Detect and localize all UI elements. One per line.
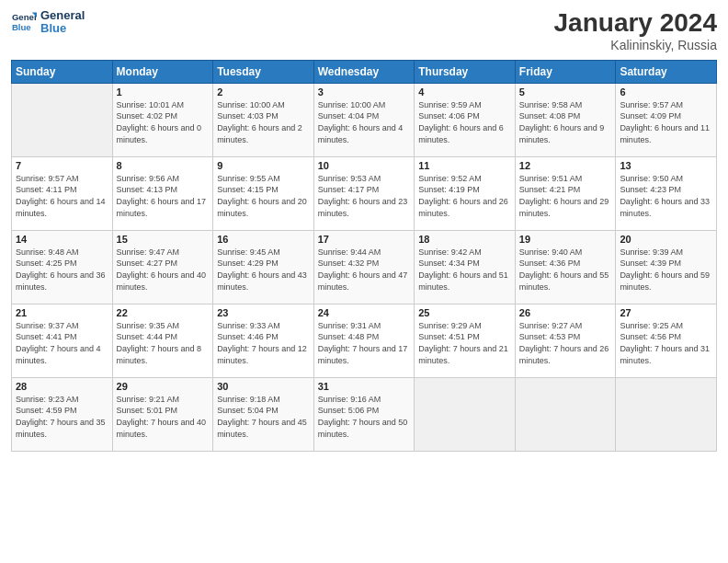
day-info: Sunrise: 9:58 AMSunset: 4:08 PMDaylight:… — [519, 99, 612, 145]
week-row-1: 1Sunrise: 10:01 AMSunset: 4:02 PMDayligh… — [12, 83, 717, 156]
day-number: 25 — [418, 307, 511, 318]
day-info: Sunrise: 9:57 AMSunset: 4:11 PMDaylight:… — [16, 173, 108, 219]
month-title: January 2024 — [554, 9, 717, 38]
day-info: Sunrise: 9:57 AMSunset: 4:09 PMDaylight:… — [620, 99, 712, 145]
logo: General Blue General Blue — [11, 9, 85, 36]
day-info: Sunrise: 9:18 AMSunset: 5:04 PMDaylight:… — [217, 394, 310, 440]
calendar-table: SundayMondayTuesdayWednesdayThursdayFrid… — [11, 60, 717, 452]
header: General Blue General Blue January 2024 K… — [11, 9, 717, 52]
day-cell: 17Sunrise: 9:44 AMSunset: 4:32 PMDayligh… — [313, 230, 415, 304]
day-cell: 10Sunrise: 9:53 AMSunset: 4:17 PMDayligh… — [313, 156, 415, 230]
day-cell: 3Sunrise: 10:00 AMSunset: 4:04 PMDayligh… — [313, 83, 415, 156]
weekday-header-thursday: Thursday — [415, 60, 516, 83]
day-number: 10 — [318, 160, 411, 171]
day-number: 8 — [117, 160, 210, 171]
day-info: Sunrise: 9:52 AMSunset: 4:19 PMDaylight:… — [418, 173, 511, 219]
day-cell: 22Sunrise: 9:35 AMSunset: 4:44 PMDayligh… — [112, 304, 213, 377]
day-number: 6 — [620, 86, 712, 98]
day-info: Sunrise: 9:37 AMSunset: 4:41 PMDaylight:… — [16, 320, 108, 366]
day-cell — [616, 377, 717, 451]
day-number: 16 — [217, 234, 310, 245]
weekday-header-monday: Monday — [112, 60, 213, 83]
day-info: Sunrise: 9:53 AMSunset: 4:17 PMDaylight:… — [318, 173, 411, 219]
day-cell: 26Sunrise: 9:27 AMSunset: 4:53 PMDayligh… — [515, 304, 616, 377]
calendar-container: General Blue General Blue January 2024 K… — [0, 0, 728, 563]
day-number: 30 — [217, 381, 310, 392]
day-number: 14 — [16, 234, 108, 245]
day-info: Sunrise: 9:39 AMSunset: 4:39 PMDaylight:… — [620, 247, 712, 293]
day-cell: 13Sunrise: 9:50 AMSunset: 4:23 PMDayligh… — [616, 156, 717, 230]
day-number: 5 — [519, 86, 612, 98]
day-cell: 31Sunrise: 9:16 AMSunset: 5:06 PMDayligh… — [313, 377, 415, 451]
day-number: 24 — [318, 307, 411, 318]
day-cell: 2Sunrise: 10:00 AMSunset: 4:03 PMDayligh… — [213, 83, 314, 156]
day-info: Sunrise: 10:01 AMSunset: 4:02 PMDaylight… — [117, 99, 210, 145]
day-info: Sunrise: 9:50 AMSunset: 4:23 PMDaylight:… — [620, 173, 712, 219]
day-info: Sunrise: 9:56 AMSunset: 4:13 PMDaylight:… — [117, 173, 210, 219]
day-number: 12 — [519, 160, 612, 171]
weekday-header-tuesday: Tuesday — [213, 60, 314, 83]
day-cell: 12Sunrise: 9:51 AMSunset: 4:21 PMDayligh… — [515, 156, 616, 230]
day-info: Sunrise: 9:31 AMSunset: 4:48 PMDaylight:… — [318, 320, 411, 366]
day-cell: 29Sunrise: 9:21 AMSunset: 5:01 PMDayligh… — [112, 377, 213, 451]
day-number: 3 — [318, 86, 411, 98]
day-info: Sunrise: 9:55 AMSunset: 4:15 PMDaylight:… — [217, 173, 310, 219]
day-number: 27 — [620, 307, 712, 318]
day-cell: 21Sunrise: 9:37 AMSunset: 4:41 PMDayligh… — [12, 304, 113, 377]
day-info: Sunrise: 9:59 AMSunset: 4:06 PMDaylight:… — [418, 99, 511, 145]
day-number: 1 — [117, 86, 210, 98]
day-cell: 15Sunrise: 9:47 AMSunset: 4:27 PMDayligh… — [112, 230, 213, 304]
day-number: 31 — [318, 381, 411, 392]
day-info: Sunrise: 9:23 AMSunset: 4:59 PMDaylight:… — [16, 394, 108, 440]
day-info: Sunrise: 9:29 AMSunset: 4:51 PMDaylight:… — [418, 320, 511, 366]
day-cell: 19Sunrise: 9:40 AMSunset: 4:36 PMDayligh… — [515, 230, 616, 304]
day-number: 26 — [519, 307, 612, 318]
day-cell: 28Sunrise: 9:23 AMSunset: 4:59 PMDayligh… — [12, 377, 113, 451]
day-cell: 6Sunrise: 9:57 AMSunset: 4:09 PMDaylight… — [616, 83, 717, 156]
title-block: January 2024 Kalininskiy, Russia — [554, 9, 717, 52]
weekday-header-wednesday: Wednesday — [313, 60, 415, 83]
day-cell: 5Sunrise: 9:58 AMSunset: 4:08 PMDaylight… — [515, 83, 616, 156]
day-info: Sunrise: 9:44 AMSunset: 4:32 PMDaylight:… — [318, 247, 411, 293]
day-number: 23 — [217, 307, 310, 318]
weekday-header-sunday: Sunday — [12, 60, 113, 83]
day-cell: 23Sunrise: 9:33 AMSunset: 4:46 PMDayligh… — [213, 304, 314, 377]
weekday-header-friday: Friday — [515, 60, 616, 83]
day-info: Sunrise: 9:25 AMSunset: 4:56 PMDaylight:… — [620, 320, 712, 366]
logo-blue: Blue — [40, 22, 85, 35]
svg-text:General: General — [12, 13, 37, 23]
day-cell: 7Sunrise: 9:57 AMSunset: 4:11 PMDaylight… — [12, 156, 113, 230]
logo-general: General — [40, 9, 85, 22]
day-cell: 9Sunrise: 9:55 AMSunset: 4:15 PMDaylight… — [213, 156, 314, 230]
day-cell — [515, 377, 616, 451]
day-number: 21 — [16, 307, 108, 318]
day-info: Sunrise: 9:27 AMSunset: 4:53 PMDaylight:… — [519, 320, 612, 366]
day-number: 2 — [217, 86, 310, 98]
day-number: 7 — [16, 160, 108, 171]
day-cell: 20Sunrise: 9:39 AMSunset: 4:39 PMDayligh… — [616, 230, 717, 304]
day-number: 17 — [318, 234, 411, 245]
day-number: 13 — [620, 160, 712, 171]
day-info: Sunrise: 9:48 AMSunset: 4:25 PMDaylight:… — [16, 247, 108, 293]
day-info: Sunrise: 10:00 AMSunset: 4:03 PMDaylight… — [217, 99, 310, 145]
day-cell — [12, 83, 113, 156]
day-number: 28 — [16, 381, 108, 392]
day-cell: 18Sunrise: 9:42 AMSunset: 4:34 PMDayligh… — [415, 230, 516, 304]
day-info: Sunrise: 10:00 AMSunset: 4:04 PMDaylight… — [318, 99, 411, 145]
day-number: 15 — [117, 234, 210, 245]
day-number: 22 — [117, 307, 210, 318]
svg-text:Blue: Blue — [12, 22, 31, 32]
day-number: 19 — [519, 234, 612, 245]
day-cell: 14Sunrise: 9:48 AMSunset: 4:25 PMDayligh… — [12, 230, 113, 304]
day-cell: 8Sunrise: 9:56 AMSunset: 4:13 PMDaylight… — [112, 156, 213, 230]
day-number: 29 — [117, 381, 210, 392]
day-info: Sunrise: 9:16 AMSunset: 5:06 PMDaylight:… — [318, 394, 411, 440]
day-number: 11 — [418, 160, 511, 171]
day-info: Sunrise: 9:45 AMSunset: 4:29 PMDaylight:… — [217, 247, 310, 293]
day-cell: 11Sunrise: 9:52 AMSunset: 4:19 PMDayligh… — [415, 156, 516, 230]
logo-icon: General Blue — [11, 9, 37, 35]
weekday-header-row: SundayMondayTuesdayWednesdayThursdayFrid… — [12, 60, 717, 83]
day-cell: 30Sunrise: 9:18 AMSunset: 5:04 PMDayligh… — [213, 377, 314, 451]
day-info: Sunrise: 9:42 AMSunset: 4:34 PMDaylight:… — [418, 247, 511, 293]
week-row-5: 28Sunrise: 9:23 AMSunset: 4:59 PMDayligh… — [12, 377, 717, 451]
